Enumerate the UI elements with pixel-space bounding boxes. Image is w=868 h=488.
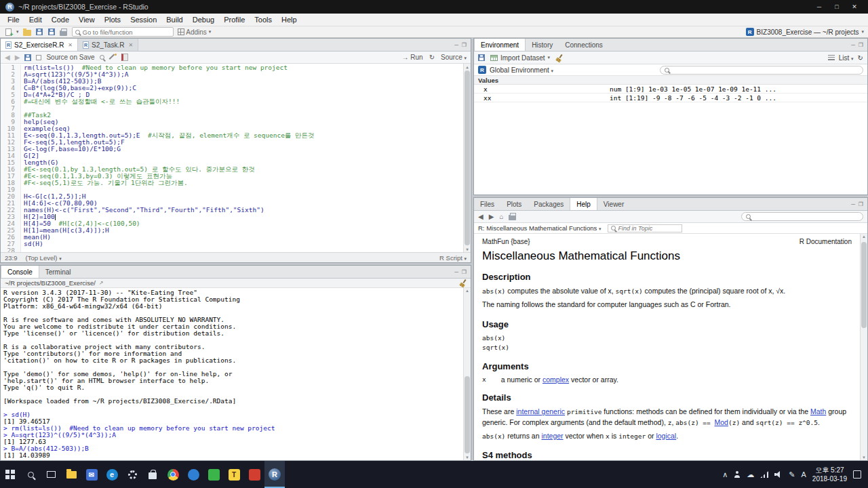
- app-red-button[interactable]: [244, 461, 264, 488]
- console-scroll-down-icon[interactable]: ▼: [464, 455, 471, 460]
- chrome-browser-button[interactable]: [163, 461, 183, 488]
- help-back-icon[interactable]: ◀: [478, 213, 484, 220]
- help-maximize-icon[interactable]: ❐: [859, 201, 863, 207]
- menu-debug[interactable]: Debug: [188, 14, 219, 25]
- help-scroll-up-icon[interactable]: ▲: [861, 235, 867, 239]
- help-minimize-icon[interactable]: ─: [851, 201, 855, 207]
- hidden-icons-button[interactable]: ∧: [722, 470, 728, 479]
- code-line[interactable]: 8##Task2: [1, 112, 463, 119]
- source-maximize-icon[interactable]: ❐: [462, 42, 467, 48]
- menu-help[interactable]: Help: [277, 14, 302, 25]
- scroll-down-icon[interactable]: ▼: [464, 247, 471, 251]
- help-link[interactable]: logical: [656, 432, 676, 440]
- kakaotalk-button[interactable]: T: [224, 461, 244, 488]
- help-home-icon[interactable]: ⌂: [499, 213, 503, 220]
- compile-report-icon[interactable]: [121, 54, 128, 61]
- action-center-icon[interactable]: [853, 470, 861, 479]
- environment-row[interactable]: xxint [1:19] -9 -8 -7 -6 -5 -4 -3 -2 -1 …: [474, 94, 867, 102]
- edge-browser-button[interactable]: e: [102, 461, 122, 488]
- help-link[interactable]: Math: [810, 407, 826, 415]
- save-button[interactable]: [35, 27, 43, 37]
- goto-file-input[interactable]: [83, 28, 170, 36]
- menu-build[interactable]: Build: [161, 14, 187, 25]
- find-replace-icon[interactable]: [100, 55, 104, 60]
- network-icon[interactable]: [760, 471, 768, 478]
- rstudio-button[interactable]: R: [264, 461, 285, 488]
- print-button[interactable]: [60, 27, 68, 37]
- environment-search-box[interactable]: [660, 66, 863, 75]
- help-scrollbar[interactable]: ▲ ▼: [860, 234, 867, 460]
- new-file-caret-icon[interactable]: ▾: [16, 29, 19, 35]
- help-link[interactable]: complex: [542, 375, 569, 384]
- tab-close-icon[interactable]: ✕: [128, 42, 133, 48]
- code-line[interactable]: 14G[2]: [1, 152, 463, 159]
- import-dataset-button[interactable]: Import Dataset ▾: [490, 54, 550, 62]
- console-scrollbar[interactable]: ▲ ▼: [463, 288, 471, 460]
- messenger-green-button[interactable]: [203, 461, 224, 488]
- environment-maximize-icon[interactable]: ❐: [859, 42, 863, 48]
- code-line[interactable]: 25H[1]=mean(H[c(3,4)]);H: [1, 227, 463, 234]
- menu-plots[interactable]: Plots: [100, 14, 125, 25]
- menu-edit[interactable]: Edit: [24, 14, 47, 25]
- tab-help[interactable]: Help: [570, 198, 597, 210]
- console-output[interactable]: R version 3.4.3 (2017-11-30) -- "Kite-Ea…: [1, 288, 463, 460]
- code-line[interactable]: 28: [1, 247, 463, 252]
- maximize-button[interactable]: □: [829, 3, 845, 10]
- clear-workspace-icon[interactable]: [555, 54, 563, 62]
- console-scroll-thumb[interactable]: [465, 376, 470, 453]
- taskbar-clock[interactable]: 오후 5:27 2018-03-19: [812, 466, 847, 483]
- code-line[interactable]: 27sd(H): [1, 241, 463, 247]
- onedrive-cloud-icon[interactable]: ☁: [747, 470, 754, 479]
- help-link[interactable]: internal generic: [516, 407, 565, 415]
- help-topic-selector[interactable]: R: Miscellaneous Mathematical Functions …: [478, 224, 601, 232]
- console-minimize-icon[interactable]: ─: [454, 269, 458, 275]
- help-scroll-down-icon[interactable]: ▼: [861, 455, 867, 460]
- tab-terminal[interactable]: Terminal: [39, 266, 77, 278]
- menu-view[interactable]: View: [74, 14, 100, 25]
- find-in-topic-input[interactable]: [618, 225, 679, 232]
- source-on-save-checkbox[interactable]: [36, 55, 41, 60]
- people-icon[interactable]: [734, 471, 741, 478]
- code-line[interactable]: 13G<-log(F,base=10)/E*100;G: [1, 146, 463, 152]
- scroll-up-icon[interactable]: ▲: [464, 64, 471, 69]
- file-explorer-button[interactable]: [61, 461, 81, 488]
- help-forward-icon[interactable]: ▶: [489, 213, 494, 220]
- find-in-topic-box[interactable]: [608, 224, 682, 232]
- help-print-icon[interactable]: [509, 215, 516, 220]
- code-line[interactable]: 26mean(H): [1, 234, 463, 241]
- environment-search-input[interactable]: [672, 66, 859, 73]
- tab-history[interactable]: History: [526, 39, 559, 51]
- open-file-button[interactable]: [23, 27, 31, 37]
- forward-icon[interactable]: ▶: [15, 54, 20, 61]
- help-search-box[interactable]: [741, 212, 863, 221]
- console-maximize-icon[interactable]: ❐: [462, 269, 467, 275]
- help-search-input[interactable]: [753, 214, 859, 220]
- save-workspace-icon[interactable]: [478, 54, 485, 61]
- scope-selector[interactable]: (Top Level) ▾: [26, 254, 62, 262]
- minimize-button[interactable]: ─: [811, 3, 827, 10]
- project-menu-button[interactable]: R BIZ3008_Exercise — ~/R projects ▾: [746, 28, 864, 36]
- mail-app-button[interactable]: ✉: [81, 461, 102, 488]
- tab-viewer[interactable]: Viewer: [597, 198, 630, 210]
- refresh-environment-icon[interactable]: ↻: [858, 54, 863, 62]
- help-scroll-thumb[interactable]: [861, 242, 867, 328]
- source-minimize-icon[interactable]: ─: [454, 42, 458, 48]
- code-line[interactable]: 6#=대신에 변수 설정할때 <-로 쓰는 습관들이자!!!: [1, 98, 463, 105]
- rerun-icon[interactable]: ↻: [429, 54, 435, 61]
- tab-close-icon[interactable]: ✕: [68, 42, 73, 48]
- environment-scope-selector[interactable]: Global Environment ▾: [490, 66, 553, 74]
- search-button[interactable]: [20, 461, 41, 488]
- ime-indicator[interactable]: A: [802, 470, 806, 479]
- volume-icon[interactable]: [774, 471, 783, 478]
- source-tab[interactable]: RS2_Task.R✕: [78, 39, 138, 51]
- help-link[interactable]: integer: [541, 432, 563, 440]
- tab-environment[interactable]: Environment: [474, 39, 526, 51]
- tab-console[interactable]: Console: [1, 266, 39, 278]
- editor-scrollbar[interactable]: ▲ ▼: [463, 64, 471, 252]
- tab-connections[interactable]: Connections: [559, 39, 609, 51]
- goto-file-box[interactable]: [72, 27, 174, 37]
- save-all-button[interactable]: [47, 27, 56, 37]
- menu-code[interactable]: Code: [47, 14, 74, 25]
- source-button[interactable]: Source ▾: [441, 54, 467, 61]
- source-tab[interactable]: RS2_ExerciseR.R✕: [1, 39, 78, 51]
